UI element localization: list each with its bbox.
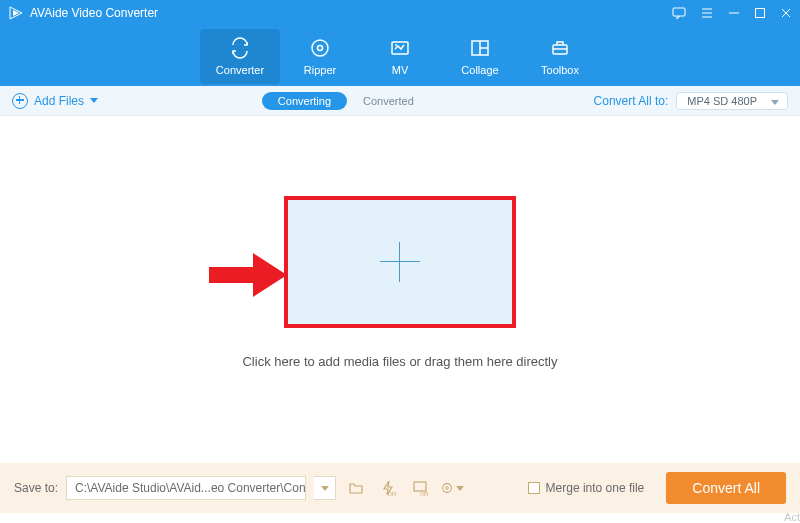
convert-all-button[interactable]: Convert All xyxy=(666,472,786,504)
add-files-label: Add Files xyxy=(34,94,84,108)
chevron-down-icon xyxy=(90,98,98,103)
convert-all-to-label: Convert All to: xyxy=(594,94,669,108)
chevron-down-icon xyxy=(456,486,464,491)
high-speed-button[interactable]: OFF xyxy=(408,476,432,500)
title-bar: AVAide Video Converter xyxy=(0,0,800,26)
convert-all-to: Convert All to: MP4 SD 480P xyxy=(594,92,788,110)
output-format-select[interactable]: MP4 SD 480P xyxy=(676,92,788,110)
svg-point-9 xyxy=(318,46,323,51)
subtab-converted[interactable]: Converted xyxy=(347,92,430,110)
gpu-accel-button[interactable]: OFF xyxy=(376,476,400,500)
merge-label: Merge into one file xyxy=(546,481,645,495)
close-icon[interactable] xyxy=(780,7,792,19)
toolbox-icon xyxy=(549,36,571,60)
svg-rect-17 xyxy=(209,267,253,283)
settings-button[interactable] xyxy=(440,476,464,500)
maximize-icon[interactable] xyxy=(754,7,766,19)
annotation-arrow-icon xyxy=(209,253,287,297)
title-left: AVAide Video Converter xyxy=(8,5,158,21)
dropzone-hint: Click here to add media files or drag th… xyxy=(242,354,557,369)
tab-toolbox[interactable]: Toolbox xyxy=(520,29,600,84)
add-files-button[interactable]: Add Files xyxy=(12,93,98,109)
svg-rect-19 xyxy=(414,482,426,491)
chevron-down-icon xyxy=(771,100,779,105)
toolbar: Add Files Converting Converted Convert A… xyxy=(0,86,800,116)
svg-point-8 xyxy=(312,40,328,56)
app-title: AVAide Video Converter xyxy=(30,6,158,20)
svg-point-11 xyxy=(395,44,397,46)
svg-point-22 xyxy=(446,487,449,490)
save-to-label: Save to: xyxy=(14,481,58,495)
converter-icon xyxy=(229,36,251,60)
tab-collage[interactable]: Collage xyxy=(440,29,520,84)
svg-point-21 xyxy=(443,484,452,493)
svg-text:OFF: OFF xyxy=(420,491,428,496)
bottom-bar: Save to: C:\AVAide Studio\AVAid...eo Con… xyxy=(0,463,800,513)
save-path-dropdown[interactable] xyxy=(314,476,336,500)
window-controls xyxy=(672,6,792,20)
svg-text:OFF: OFF xyxy=(388,491,396,496)
merge-checkbox[interactable]: Merge into one file xyxy=(528,481,645,495)
checkbox-icon xyxy=(528,482,540,494)
menu-icon[interactable] xyxy=(700,6,714,20)
tab-label: Ripper xyxy=(304,64,336,76)
activation-watermark: Act xyxy=(784,511,800,523)
tab-mv[interactable]: MV xyxy=(360,29,440,84)
ripper-icon xyxy=(309,36,331,60)
collage-icon xyxy=(469,36,491,60)
save-path-field[interactable]: C:\AVAide Studio\AVAid...eo Converter\Co… xyxy=(66,476,306,500)
tab-label: Collage xyxy=(461,64,498,76)
plus-circle-icon xyxy=(12,93,28,109)
add-media-dropzone[interactable] xyxy=(284,196,516,328)
app-logo-icon xyxy=(8,5,24,21)
open-folder-button[interactable] xyxy=(344,476,368,500)
mv-icon xyxy=(389,36,411,60)
sub-tabs: Converting Converted xyxy=(262,92,430,110)
svg-rect-5 xyxy=(756,9,765,18)
chevron-down-icon xyxy=(321,486,329,491)
plus-icon xyxy=(380,242,420,282)
minimize-icon[interactable] xyxy=(728,7,740,19)
tab-ripper[interactable]: Ripper xyxy=(280,29,360,84)
main-tabs: Converter Ripper MV Collage Toolbox xyxy=(0,26,800,86)
feedback-icon[interactable] xyxy=(672,6,686,20)
svg-rect-0 xyxy=(673,8,685,16)
main-area: Click here to add media files or drag th… xyxy=(0,116,800,448)
tab-label: Toolbox xyxy=(541,64,579,76)
tab-converter[interactable]: Converter xyxy=(200,29,280,84)
tab-label: MV xyxy=(392,64,409,76)
tab-label: Converter xyxy=(216,64,264,76)
subtab-converting[interactable]: Converting xyxy=(262,92,347,110)
format-value: MP4 SD 480P xyxy=(687,95,757,107)
